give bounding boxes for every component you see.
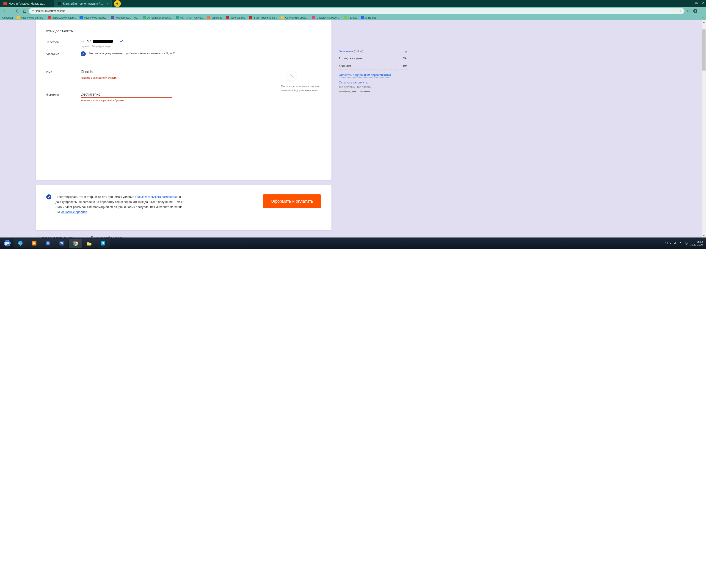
tray-flag-icon[interactable] — [679, 242, 682, 245]
tray-volume-icon[interactable] — [674, 242, 677, 245]
phone-country-code[interactable]: +7 — [81, 39, 85, 43]
bookmark-item[interactable]: https://www.youtub... — [48, 16, 76, 19]
bookmark-label: https://www.facebo... — [84, 16, 108, 19]
summary-total-value: 594 — [402, 64, 407, 67]
favicon-icon — [226, 16, 229, 19]
input-language-indicator[interactable]: RU — [664, 242, 668, 245]
bookmark-item[interactable]: ЯКласс — [344, 16, 357, 19]
svg-point-14 — [75, 242, 76, 244]
summary-items-label: 1 товар на сумму — [339, 56, 363, 60]
browser-tab-active[interactable]: Книжный интернет-магазин Л... × — [54, 0, 112, 7]
taskbar-app-skype[interactable]: S — [96, 239, 110, 248]
taskbar-app-explorer[interactable] — [82, 239, 96, 248]
rules-link[interactable]: основные правила — [62, 210, 87, 214]
summary-total-label: К оплате — [339, 64, 351, 67]
bookmark-label: https://www.ukr.net... — [21, 16, 44, 19]
scroll-down-icon[interactable]: ▼ — [702, 235, 706, 237]
remaining-fields-list: тип доставки, тип оплаты, телефон, имя, … — [339, 85, 407, 94]
bookmark-item[interactable]: https://www.facebo... — [80, 16, 108, 19]
bookmark-star-icon[interactable]: ☆ — [679, 9, 682, 13]
order-summary: Ваш заказ (0,4 кг) р. 1 товар на сумму 5… — [339, 48, 407, 94]
labirint-favicon-icon — [57, 2, 61, 5]
user-agreement-link[interactable]: пользовательского соглашения — [135, 195, 178, 199]
address-bar-url: labirint.ru/cart/checkout/ — [36, 9, 677, 13]
tray-chevron-icon[interactable]: ▴ — [670, 242, 671, 245]
start-button[interactable] — [1, 239, 13, 248]
surname-label: Фамилия — [46, 91, 81, 96]
new-tab-button[interactable]: + — [114, 0, 121, 7]
tab-close-icon[interactable]: × — [107, 2, 108, 5]
nav-forward-button[interactable] — [9, 9, 13, 13]
page-scrollbar[interactable]: ▲ ▼ — [702, 20, 706, 237]
nav-back-button[interactable] — [2, 9, 6, 13]
viber-checkbox[interactable] — [81, 51, 86, 56]
phone-sublabel-country: страна — [81, 45, 89, 48]
tab-close-icon[interactable]: × — [49, 2, 51, 5]
bookmark-item[interactable]: МЭШ нов — [361, 16, 377, 19]
currency-label: р. — [405, 49, 407, 53]
bookmark-label: Сервисы — [2, 16, 13, 19]
nav-reload-button[interactable] — [16, 9, 20, 13]
viber-description: Бесплатное уведомление о прибытии заказа… — [89, 51, 175, 55]
phone-number-input[interactable]: 97 — [87, 39, 113, 43]
phone-sublabel-digits: 10 цифр номера — [92, 45, 111, 48]
submit-order-button[interactable]: Оформить и оплатить — [263, 194, 321, 208]
order-weight: (0,4 кг) — [354, 49, 363, 53]
nav-home-button[interactable] — [23, 9, 27, 13]
bookmark-item[interactable]: коронавирус — [226, 16, 245, 19]
bookmark-item[interactable]: сайт ЗНО – Osvita... — [176, 16, 204, 19]
svg-text:S: S — [102, 241, 104, 245]
address-bar[interactable]: labirint.ru/cart/checkout/ ☆ — [29, 8, 684, 14]
taskbar-app-ie[interactable] — [14, 239, 27, 248]
name-row: Имя Укажите имя русскими буквами — [46, 69, 321, 79]
phone-valid-check-icon — [119, 39, 124, 44]
bookmark-item[interactable]: https://www.ukr.net... — [16, 16, 44, 19]
back-to-cart-link[interactable]: 〈 Назад к составу заказа — [36, 236, 73, 237]
extension-icon[interactable] — [687, 9, 691, 13]
browser-tab[interactable]: Наум и Плющев: Новые до... × — [0, 0, 54, 7]
name-label: Имя — [46, 69, 81, 74]
viber-label: Viber/смс — [46, 51, 81, 56]
svg-rect-0 — [32, 11, 34, 12]
surname-input[interactable] — [81, 91, 172, 97]
pay-with-gift-link[interactable]: Оплатить подарочным сертификатом — [339, 73, 391, 77]
bookmark-item[interactable]: Wildberries.ru – мо... — [111, 16, 139, 19]
scroll-up-icon[interactable]: ▲ — [702, 21, 706, 23]
phone-redacted-mask — [92, 40, 113, 43]
bookmark-item[interactable]: укр мова — [207, 16, 222, 19]
bookmark-item[interactable]: Coronavirus Updat... — [281, 16, 308, 19]
bookmark-item[interactable]: Антропология чело... — [143, 16, 172, 19]
tray-sync-icon[interactable] — [685, 242, 688, 245]
favicon-icon — [176, 16, 179, 19]
taskbar-app-media[interactable] — [28, 239, 41, 248]
consent-checkbox[interactable] — [46, 194, 51, 199]
order-comment-label: Комментарий к заказу — [91, 236, 174, 237]
phone-prefix: 97 — [87, 39, 91, 43]
consent-card: Я подтверждаю, что я старше 18 лет, прин… — [36, 185, 331, 230]
your-order-link[interactable]: Ваш заказ — [339, 49, 353, 53]
tab-title: Наум и Плющев: Новые до... — [9, 2, 46, 5]
favicon-icon — [48, 16, 51, 19]
clock-date: 30.11.2020 — [690, 243, 703, 246]
summary-items-value: 594 — [402, 56, 407, 60]
consent-text: Я подтверждаю, что я старше 18 лет, прин… — [55, 194, 184, 214]
checkout-recipient-card: КОМУ ДОСТАВИТЬ Телефон +7 97 — [36, 20, 331, 180]
profile-avatar-icon[interactable] — [693, 9, 697, 13]
taskbar-clock[interactable]: 15:32 30.11.2020 — [690, 240, 703, 246]
taskbar-app-chrome[interactable] — [69, 239, 82, 248]
phone-row: Телефон +7 97 — [46, 39, 321, 48]
favicon-icon — [16, 16, 20, 19]
browser-menu-button[interactable]: ⋮ — [700, 9, 704, 13]
bookmark-item[interactable]: Знаки препинания... — [249, 16, 277, 19]
scrollbar-thumb[interactable] — [702, 29, 706, 71]
bookmark-item[interactable]: Справочник Розен... — [312, 16, 340, 19]
bookmark-label: ЯКласс — [348, 16, 357, 19]
taskbar-app-generic[interactable] — [41, 239, 54, 248]
bookmark-item[interactable]: Сервисы — [2, 16, 13, 19]
favicon-icon — [361, 16, 364, 19]
taskbar-app-word[interactable]: W — [55, 239, 68, 248]
bookmarks-overflow-button[interactable]: » — [702, 16, 704, 19]
below-card-actions: 〈 Назад к составу заказа Комментарий к з… — [36, 236, 331, 237]
name-input[interactable] — [81, 69, 172, 75]
system-tray: RU ▴ 15:32 30.11.2020 — [664, 240, 705, 246]
